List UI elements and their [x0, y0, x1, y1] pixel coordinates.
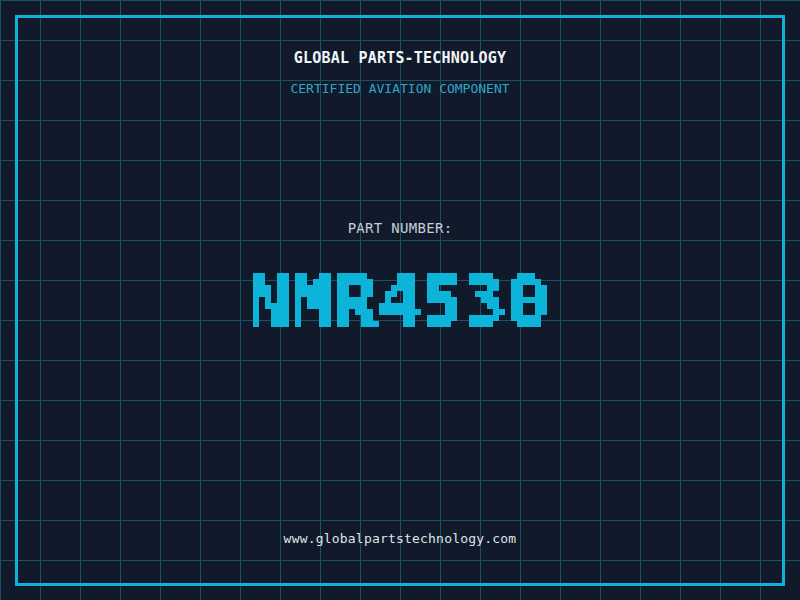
company-name: GLOBAL PARTS-TECHNOLOGY	[0, 50, 800, 66]
part-number-value	[241, 255, 559, 351]
certification-subtitle: CERTIFIED AVIATION COMPONENT	[0, 81, 800, 97]
website-url: www.globalpartstechnology.com	[0, 531, 800, 547]
part-number-label: PART NUMBER:	[0, 220, 800, 236]
